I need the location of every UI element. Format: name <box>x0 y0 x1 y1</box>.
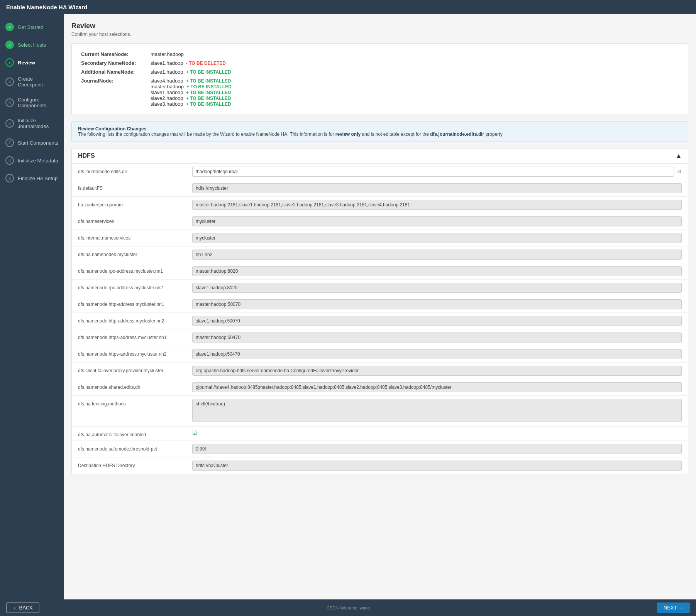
sidebar-circle-create-checkpoint: 4 <box>5 78 14 86</box>
info-box-title: Review Configuration Changes. <box>78 126 148 132</box>
sidebar-label-start-components: Start Components <box>18 140 58 146</box>
sidebar-item-initialize-metadata[interactable]: 8 Initialize Metadata <box>0 152 64 169</box>
sidebar-label-get-started: Get Started <box>18 24 43 30</box>
config-row-2: ha.zookeeper.quorum <box>72 197 688 213</box>
sidebar-item-review[interactable]: ● Review <box>0 54 64 71</box>
additional-namenode-value: slave1.hadoop + TO BE INSTALLED <box>147 68 682 76</box>
sidebar-label-review: Review <box>18 60 35 66</box>
sidebar-circle-get-started: ✓ <box>5 23 14 31</box>
config-input-6 <box>192 266 682 276</box>
sidebar-circle-configure-components: 5 <box>5 98 14 107</box>
journalnode-status-1: + TO BE INSTALLED <box>186 84 232 89</box>
page-title: Review <box>71 22 688 30</box>
config-input-0[interactable] <box>192 167 674 177</box>
sidebar-circle-review: ● <box>5 58 14 67</box>
journalnode-status-4: + TO BE INSTALLED <box>186 101 231 107</box>
checkbox-icon-15[interactable]: ☑ <box>192 430 197 436</box>
config-key-14: dfs.ha.fencing.methods <box>78 399 186 407</box>
sidebar-label-select-hosts: Select Hosts <box>18 42 46 48</box>
config-row-10: dfs.namenode.https-address.mycluster.nn1 <box>72 329 688 346</box>
sidebar-item-initialize-journalnodes[interactable]: 6 Initialize JournalNodes <box>0 113 64 134</box>
journalnode-row: JournalNode: slave4.hadoop + TO BE INSTA… <box>78 76 682 108</box>
host-selections-card: Current NameNode: master.hadoop Secondar… <box>71 43 688 115</box>
config-value-2 <box>192 200 682 210</box>
secondary-namenode-value: slave1.hadoop - TO BE DELETED <box>147 59 682 68</box>
journalnode-host-3: slave2.hadoop <box>151 95 183 101</box>
sidebar-label-initialize-metadata: Initialize Metadata <box>18 158 58 164</box>
secondary-namenode-status: - TO BE DELETED <box>186 61 226 66</box>
secondary-namenode-label: Secondary NameNode: <box>78 59 147 68</box>
config-key-4: dfs.internal.nameservices <box>78 233 186 241</box>
info-box-text: The following lists the configuration ch… <box>78 132 503 137</box>
sidebar-item-finalize-ha-setup[interactable]: 9 Finalize HA Setup <box>0 169 64 187</box>
sidebar-label-create-checkpoint: Create Checkpoint <box>18 76 58 88</box>
sidebar-circle-finalize-ha-setup: 9 <box>5 174 14 182</box>
journalnode-entry-1: master.hadoop + TO BE INSTALLED <box>151 84 679 89</box>
config-row-7: dfs.namenode.rpc-address.mycluster.nn2 <box>72 280 688 296</box>
additional-namenode-label: Additional NameNode: <box>78 68 147 76</box>
config-row-17: Destination HDFS Directory <box>72 457 688 474</box>
config-value-10 <box>192 332 682 343</box>
config-key-13: dfs.namenode.shared.edits.dir <box>78 382 186 390</box>
next-button[interactable]: NEXT → <box>657 602 690 613</box>
watermark: CSDN ©durante_wang <box>327 606 370 610</box>
page-subtitle: Confirm your host selections. <box>71 32 688 37</box>
collapse-icon[interactable]: ▲ <box>676 152 682 159</box>
config-row-5: dfs.ha.namenodes.mycluster <box>72 246 688 263</box>
config-key-6: dfs.namenode.rpc-address.mycluster.nn1 <box>78 266 186 274</box>
current-namenode-row: Current NameNode: master.hadoop <box>78 50 682 59</box>
sidebar: ✓ Get Started ✓ Select Hosts ● Review 4 … <box>0 14 64 615</box>
config-row-13: dfs.namenode.shared.edits.dir <box>72 379 688 396</box>
sidebar-circle-initialize-journalnodes: 6 <box>5 119 14 128</box>
config-key-16: dfs.namenode.safemode.threshold-pct <box>78 444 186 452</box>
sidebar-circle-start-components: 7 <box>5 138 14 147</box>
config-key-12: dfs.client.failover.proxy.provider.myclu… <box>78 366 186 373</box>
journalnode-label: JournalNode: <box>78 76 147 108</box>
config-key-0: dfs.journalnode.edits.dir <box>78 167 186 174</box>
journalnode-status-3: + TO BE INSTALLED <box>186 96 231 101</box>
config-value-14: shell(/bin/true) <box>192 399 682 423</box>
sidebar-circle-initialize-metadata: 8 <box>5 156 14 165</box>
hdfs-section-header[interactable]: HDFS ▲ <box>71 148 688 164</box>
host-selections-table: Current NameNode: master.hadoop Secondar… <box>78 50 682 108</box>
sidebar-item-select-hosts[interactable]: ✓ Select Hosts <box>0 36 64 54</box>
config-key-8: dfs.namenode.http-address.mycluster.nn1 <box>78 299 186 307</box>
hdfs-section-title: HDFS <box>78 152 95 159</box>
config-row-11: dfs.namenode.https-address.mycluster.nn2 <box>72 346 688 363</box>
back-button[interactable]: ← BACK <box>6 602 39 613</box>
config-key-11: dfs.namenode.https-address.mycluster.nn2 <box>78 349 186 357</box>
config-key-17: Destination HDFS Directory <box>78 461 186 468</box>
config-value-13 <box>192 382 682 392</box>
journalnode-entry-4: slave3.hadoop + TO BE INSTALLED <box>151 101 679 107</box>
journalnode-host-4: slave3.hadoop <box>151 101 183 107</box>
sidebar-item-get-started[interactable]: ✓ Get Started <box>0 18 64 36</box>
sidebar-item-start-components[interactable]: 7 Start Components <box>0 134 64 152</box>
config-value-5 <box>192 250 682 260</box>
journalnode-status-2: + TO BE INSTALLED <box>186 90 231 95</box>
sidebar-item-create-checkpoint[interactable]: 4 Create Checkpoint <box>0 71 64 92</box>
config-value-16 <box>192 444 682 454</box>
additional-namenode-row: Additional NameNode: slave1.hadoop + TO … <box>78 68 682 76</box>
config-input-5 <box>192 250 682 260</box>
sidebar-label-configure-components: Configure Components <box>18 97 58 108</box>
config-row-12: dfs.client.failover.proxy.provider.myclu… <box>72 363 688 379</box>
config-input-11 <box>192 349 682 359</box>
current-namenode-label: Current NameNode: <box>78 50 147 59</box>
config-input-9 <box>192 316 682 326</box>
refresh-icon-0[interactable]: ↺ <box>677 169 682 175</box>
info-box: Review Configuration Changes. The follow… <box>71 121 688 142</box>
config-input-14: shell(/bin/true) <box>192 399 682 422</box>
sidebar-item-configure-components[interactable]: 5 Configure Components <box>0 92 64 113</box>
journalnode-entry-0: slave4.hadoop + TO BE INSTALLED <box>151 78 679 84</box>
config-input-7 <box>192 283 682 293</box>
hdfs-section: HDFS ▲ dfs.journalnode.edits.dir ↺ <box>71 148 688 474</box>
config-value-17 <box>192 461 682 471</box>
config-value-0[interactable]: ↺ <box>192 167 682 177</box>
config-input-10 <box>192 332 682 343</box>
secondary-namenode-host: slave1.hadoop <box>151 60 183 66</box>
config-row-3: dfs.nameservices <box>72 213 688 230</box>
config-value-15[interactable]: ☑ <box>192 430 682 436</box>
main-content: Review Confirm your host selections. Cur… <box>64 14 696 615</box>
config-value-3 <box>192 216 682 226</box>
config-value-6 <box>192 266 682 276</box>
